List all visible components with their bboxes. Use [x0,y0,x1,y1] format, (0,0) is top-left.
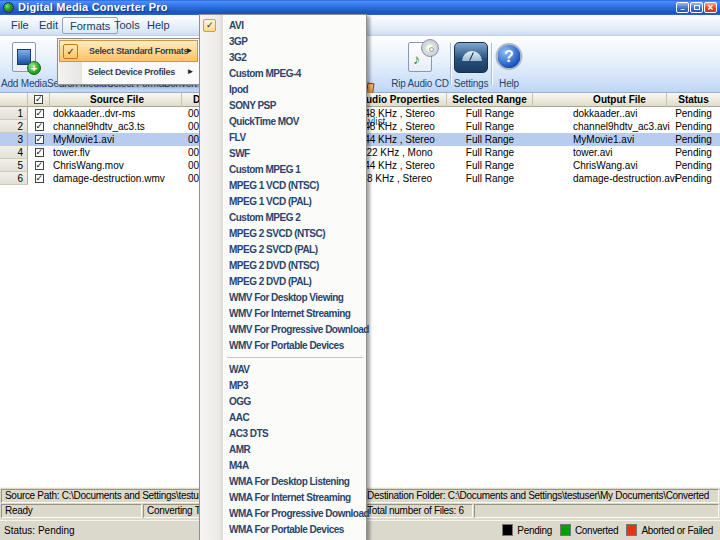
output-file-cell: damage-destruction.avi [533,172,667,185]
submenu-item-label: AC3 DTS [229,428,268,439]
rip-audio-cd-label: Rip Audio CD [391,78,449,89]
submenu-item[interactable]: 3G2 [200,50,366,66]
submenu-item-label: WMA For Progressive Download [229,508,369,519]
converted-legend-label: Converted [575,525,618,536]
submenu-item[interactable]: AVI [200,18,366,34]
status-cell: Pending [667,146,720,159]
status-cell: Pending [667,120,720,133]
cd-icon [421,39,439,57]
header-output-file[interactable]: Output File [533,93,667,107]
submenu-item[interactable]: QuickTime MOV [200,114,366,130]
submenu-item[interactable]: MP3 [200,378,366,394]
submenu-item[interactable]: M4A [200,458,366,474]
submenu-item[interactable]: MPEG 2 SVCD (NTSC) [200,226,366,242]
output-file-cell: channel9hdtv_ac3.avi [533,120,667,133]
empty-panel [474,504,719,518]
submenu-item[interactable]: WAV [200,362,366,378]
minimize-button[interactable] [676,2,689,13]
source-file-cell: damage-destruction.wmv [50,172,182,185]
row-checkbox-cell [28,146,50,159]
submenu-item-label: MPEG 2 SVCD (PAL) [229,244,318,255]
help-button[interactable]: ? Help [493,39,525,91]
header-selected-range[interactable]: Selected Range [447,93,533,107]
menu-item-select-device-profiles[interactable]: Select Device Profiles [59,62,198,84]
status-cell: Pending [667,172,720,185]
destination-folder-panel: Destination Folder: C:\Documents and Set… [363,489,719,503]
submenu-item[interactable]: WMV For Desktop Viewing [200,290,366,306]
aborted-swatch [626,524,637,536]
row-checkbox[interactable] [35,135,44,144]
row-checkbox[interactable] [35,122,44,131]
submenu-item[interactable]: FLV [200,130,366,146]
submenu-item[interactable]: WMA For Portable Devices [200,522,366,538]
submenu-item[interactable]: WMA For Internet Streaming [200,490,366,506]
add-media-button[interactable]: + Add Media [1,39,47,91]
submenu-item-label: Ipod [229,84,248,95]
row-checkbox[interactable] [35,148,44,157]
header-row-number[interactable] [0,93,28,107]
total-files-panel: Total number of Files: 6 [363,504,473,518]
restore-button[interactable] [690,2,703,13]
submenu-item-label: MP3 [229,380,248,391]
menu-help[interactable]: Help [140,17,177,34]
submenu-item-label: WMA For Internet Streaming [229,492,351,503]
submenu-item-label: SWF [229,148,250,159]
submenu-item[interactable]: 3GP [200,34,366,50]
submenu-item[interactable]: WMV For Portable Devices [200,338,366,354]
submenu-item-label: OGG [229,396,251,407]
restore-icon [694,5,700,10]
submenu-item-label: 3G2 [229,52,246,63]
menu-edit[interactable]: Edit [32,17,65,34]
submenu-item[interactable]: Custom MPEG 1 [200,162,366,178]
submenu-item-label: SONY PSP [229,100,276,111]
converted-swatch [560,524,571,536]
help-label: Help [493,78,525,89]
submenu-item-label: WMV For Desktop Viewing [229,292,343,303]
close-button[interactable] [704,2,717,13]
submenu-item[interactable]: MPEG 2 DVD (PAL) [200,274,366,290]
source-file-cell: ChrisWang.mov [50,159,182,172]
row-checkbox[interactable] [35,174,44,183]
settings-button[interactable]: Settings [452,39,490,91]
row-checkbox-cell [28,172,50,185]
submenu-item[interactable]: WMV For Progressive Download [200,322,366,338]
submenu-item[interactable]: WMA For Desktop Listening [200,474,366,490]
submenu-item[interactable]: Custom MPEG 2 [200,210,366,226]
submenu-item-label: MPEG 1 VCD (PAL) [229,196,311,207]
header-source-file[interactable]: Source File [50,93,182,107]
header-checkbox-cell[interactable] [28,93,50,107]
submenu-item-label: WMA For Desktop Listening [229,476,349,487]
submenu-item[interactable]: OGG [200,394,366,410]
submenu-item[interactable]: WMV For Internet Streaming [200,306,366,322]
header-status[interactable]: Status [667,93,720,107]
header-checkbox[interactable] [34,95,43,104]
submenu-item-label: WAV [229,364,250,375]
submenu-item[interactable]: MPEG 1 VCD (NTSC) [200,178,366,194]
menu-item-select-standard-formats[interactable]: Select Standard Formats [59,40,198,62]
row-number: 4 [0,146,28,159]
status-cell: Pending [667,107,720,120]
submenu-item-label: MPEG 2 DVD (PAL) [229,276,311,287]
submenu-item[interactable]: MPEG 2 SVCD (PAL) [200,242,366,258]
row-checkbox-cell [28,120,50,133]
submenu-item[interactable]: MPEG 2 DVD (NTSC) [200,258,366,274]
submenu-item[interactable]: AAC [200,410,366,426]
submenu-item[interactable]: Ipod [200,82,366,98]
formats-dropdown-menu: Select Standard Formats Select Device Pr… [57,38,200,85]
submenu-item-label: M4A [229,460,249,471]
submenu-item[interactable]: AC3 DTS [200,426,366,442]
rip-audio-cd-button[interactable]: ♪ Rip Audio CD [391,39,449,91]
row-checkbox[interactable] [35,161,44,170]
submenu-item[interactable]: WMA For Progressive Download [200,506,366,522]
row-checkbox[interactable] [35,109,44,118]
add-media-label: Add Media [1,78,47,89]
selected-range-cell: Full Range [447,172,533,185]
submenu-item[interactable]: MPEG 1 VCD (PAL) [200,194,366,210]
submenu-item[interactable]: Custom MPEG-4 [200,66,366,82]
submenu-item[interactable]: SWF [200,146,366,162]
menu-file[interactable]: File [4,17,36,34]
menu-item-label: Select Device Profiles [88,67,175,77]
submenu-item[interactable]: AMR [200,442,366,458]
row-number: 3 [0,133,28,146]
submenu-item[interactable]: SONY PSP [200,98,366,114]
